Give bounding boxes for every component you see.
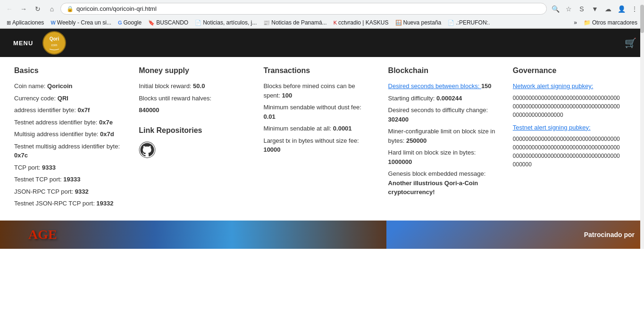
bookmark-google[interactable]: G Google xyxy=(115,18,144,27)
svg-text:coin: coin xyxy=(51,43,58,47)
desired-seconds-difficulty: Desired seconds to difficulty change: 30… xyxy=(388,106,498,124)
network-alert-signing-link[interactable]: Network alert signing pubkey: xyxy=(513,82,594,90)
apps-icon: ⊞ xyxy=(7,20,11,26)
noticias1-icon: 📄 xyxy=(195,20,201,26)
bookmark-panama[interactable]: 📰 Noticias de Panamá... xyxy=(260,18,329,27)
logo[interactable]: Qori coin xyxy=(42,31,66,55)
extension-button[interactable]: ▼ xyxy=(589,3,601,15)
basics-testnet-tcp-port-label: Testnet TCP port: xyxy=(14,176,63,183)
logo-image: Qori coin xyxy=(42,31,66,55)
basics-testnet-multisig-byte: Testnet multisig address identifier byte… xyxy=(14,142,124,160)
basics-currency-code-label: Currency code: xyxy=(14,95,58,102)
footer-game-title: AGE xyxy=(28,227,57,242)
other-bookmarks[interactable]: 📁 Otros marcadores xyxy=(581,18,640,27)
basics-coin-name-value: Qoricoin xyxy=(47,82,72,90)
home-button[interactable]: ⌂ xyxy=(46,3,58,15)
basics-tcp-port-label: TCP port: xyxy=(14,164,42,171)
scrollbar[interactable] xyxy=(640,0,644,249)
basics-testnet-tcp-port: Testnet TCP port: 19333 xyxy=(14,175,124,184)
bookmark-panama-label: Noticias de Panamá... xyxy=(271,19,326,26)
bookmark-kaskus-label: cctvradio | KASKUS xyxy=(338,19,389,26)
basics-address-byte: address identifier byte: 0x7f xyxy=(14,106,124,115)
hard-limit-block-size-value: 1000000 xyxy=(388,158,412,165)
bookmark-noticias1[interactable]: 📄 Noticias, artículos, j... xyxy=(192,18,259,27)
cart-button[interactable]: 🛒 xyxy=(625,37,636,49)
lock-icon: 🔒 xyxy=(67,6,74,12)
basics-multisig-byte-label: Multisig address identifier byte: xyxy=(14,131,100,138)
perufon-icon: 📄 xyxy=(448,20,454,26)
testnet-alert-signing-link[interactable]: Testnet alert signing pubkey: xyxy=(513,124,591,131)
basics-tcp-port: TCP port: 9333 xyxy=(14,163,124,172)
forward-button[interactable]: → xyxy=(18,3,29,15)
basics-title: Basics xyxy=(14,66,124,75)
basics-rpc-port-value: 9332 xyxy=(75,188,89,195)
other-bookmarks-label: Otros marcadores xyxy=(592,19,637,26)
min-sendable-all-value: 0.0001 xyxy=(333,125,352,132)
min-sendable-dust: Minimum sendable without dust fee: 0.01 xyxy=(263,103,373,121)
scrollbar-thumb[interactable] xyxy=(640,5,644,33)
basics-testnet-address-byte-label: Testnet address identifier byte: xyxy=(14,119,99,126)
desired-seconds-between-label[interactable]: Desired seconds between blocks: xyxy=(388,82,481,90)
blocks-until-halves: Blocks until reward halves: xyxy=(139,94,248,103)
desired-seconds-difficulty-label: Desired seconds to difficulty change: xyxy=(388,106,488,114)
address-bar[interactable]: 🔒 qoricoin.com/qoricoin-qri.html xyxy=(60,3,547,15)
skype-button[interactable]: S xyxy=(576,3,587,15)
basics-testnet-address-byte-value: 0x7e xyxy=(99,119,113,126)
initial-block-reward-value: 50.0 xyxy=(193,82,205,90)
min-sendable-all: Minimum sendable at all: 0.0001 xyxy=(263,124,373,133)
refresh-button[interactable]: ↻ xyxy=(32,3,43,15)
initial-block-reward: Initial block reward: 50.0 xyxy=(139,82,248,91)
basics-tcp-port-value: 9333 xyxy=(42,164,56,171)
desired-seconds-between: Desired seconds between blocks: 150 xyxy=(388,82,498,91)
bookmark-google-label: Google xyxy=(123,19,142,26)
link-repositories-title: Link Repositories xyxy=(139,126,248,135)
governance-title: Governance xyxy=(513,66,622,75)
transactions-title: Transactions xyxy=(263,66,373,75)
transactions-column: Transactions Blocks before mined coins c… xyxy=(256,66,380,211)
min-sendable-dust-label: Minimum sendable without dust fee: xyxy=(263,104,361,111)
basics-address-byte-label: address identifier byte: xyxy=(14,106,77,114)
miner-configurable-limit: Miner-configurable limit on block size i… xyxy=(388,127,498,145)
bookmark-kaskus[interactable]: K cctvradio | KASKUS xyxy=(331,18,392,27)
weebly-icon: W xyxy=(50,20,55,25)
basics-column: Basics Coin name: Qoricoin Currency code… xyxy=(14,66,131,211)
github-link[interactable] xyxy=(139,141,156,158)
starting-difficulty-value: 0.000244 xyxy=(436,95,462,102)
basics-testnet-rpc-port-label: Testnet JSON-RPC TCP port: xyxy=(14,200,96,207)
bookmark-nueva-pestana-label: Nueva pestaña xyxy=(403,19,442,26)
bookmark-perufon-label: .:PERUFON:. xyxy=(456,19,490,26)
bookmark-aplicaciones[interactable]: ⊞ Aplicaciones xyxy=(4,18,47,27)
url-text: qoricoin.com/qoricoin-qri.html xyxy=(76,5,541,12)
footer-banner: AGE Patrocinado por xyxy=(0,221,644,249)
hard-limit-block-size-label: Hard limit on block size in bytes: xyxy=(388,149,476,156)
bookmarks-more[interactable]: » xyxy=(571,18,580,27)
bookmark-button[interactable]: ☆ xyxy=(563,3,574,15)
network-alert-value: 0000000000000000000000000000000000000000… xyxy=(513,94,622,119)
bookmark-noticias1-label: Noticias, artículos, j... xyxy=(203,19,257,26)
profile-button[interactable]: 👤 xyxy=(616,3,627,15)
blocks-before-mined-label: Blocks before mined coins can be spent: xyxy=(263,82,355,99)
bookmark-weebly[interactable]: W Weebly - Crea un si... xyxy=(48,18,114,27)
bookmark-nueva-pestana[interactable]: 🪟 Nueva pestaña xyxy=(393,18,444,27)
largest-tx-value: 10000 xyxy=(263,146,280,153)
back-button[interactable]: ← xyxy=(4,3,15,15)
miner-configurable-limit-label: Miner-configurable limit on block size i… xyxy=(388,128,495,144)
largest-tx: Largest tx in bytes without size fee: 10… xyxy=(263,136,373,155)
bookmark-perufon[interactable]: 📄 .:PERUFON:. xyxy=(445,18,493,27)
menu-dots-button[interactable]: ⋮ xyxy=(629,3,640,15)
google-icon: G xyxy=(118,20,122,25)
search-button[interactable]: 🔍 xyxy=(550,3,561,15)
basics-testnet-rpc-port: Testnet JSON-RPC TCP port: 19332 xyxy=(14,199,124,208)
basics-testnet-rpc-port-value: 19332 xyxy=(96,200,113,207)
miner-configurable-limit-value: 250000 xyxy=(406,137,427,144)
genesis-block-message-value: Another illustrious Qori-a-Coin cryptocu… xyxy=(388,180,478,196)
basics-multisig-byte: Multisig address identifier byte: 0x7d xyxy=(14,130,124,139)
bookmark-buscando[interactable]: 🔖 BUSCANDO xyxy=(145,18,191,27)
testnet-alert-label: Testnet alert signing pubkey: xyxy=(513,123,622,132)
desired-seconds-difficulty-value: 302400 xyxy=(388,116,409,123)
basics-rpc-port-label: JSON-RPC TCP port: xyxy=(14,188,75,195)
cloud-button[interactable]: ☁ xyxy=(602,3,614,15)
menu-button[interactable]: MENU xyxy=(8,36,39,50)
desired-seconds-between-value: 150 xyxy=(481,82,492,90)
nueva-pestana-icon: 🪟 xyxy=(395,20,402,26)
